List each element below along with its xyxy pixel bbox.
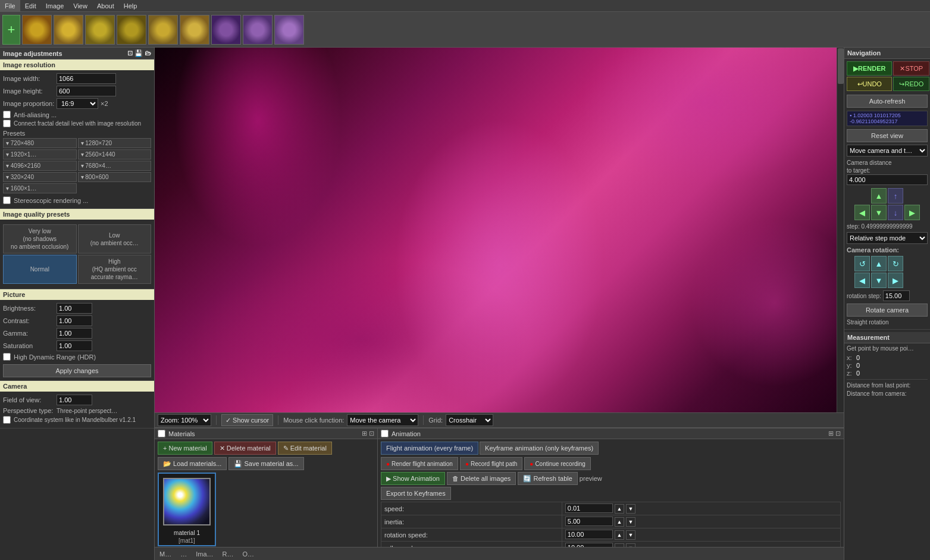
gamma-input[interactable] [57,328,92,339]
bottom-nav-o[interactable]: O… [242,550,254,558]
preset-2560x1440[interactable]: ▾ 2560×1440 [78,149,152,159]
fractal-preset-6[interactable] [180,15,209,45]
straight-rotation-label[interactable]: Straight rotation [844,318,930,327]
width-input[interactable] [57,73,116,84]
preset-1920[interactable]: ▾ 1920×1… [3,149,77,159]
hdr-checkbox[interactable] [3,353,11,361]
coordinate-checkbox[interactable] [3,416,11,424]
apply-changes-button[interactable]: Apply changes [3,364,151,377]
speed-down[interactable]: ▼ [626,504,635,514]
mouse-function-select[interactable]: Move the camera [347,414,418,426]
record-flight-button[interactable]: ● Record flight path [460,457,522,470]
show-cursor-button[interactable]: ✓ Show cursor [221,414,273,426]
fractal-preset-8[interactable] [243,15,273,45]
render-flight-button[interactable]: ● Render flight animation [381,457,458,470]
saturation-input[interactable] [57,340,92,351]
menu-edit[interactable]: Edit [20,0,41,12]
viewport[interactable] [155,48,844,412]
zoom-select[interactable]: Zoom: 100% [158,414,211,426]
menu-about[interactable]: About [92,0,119,12]
fractal-preset-7[interactable] [211,15,241,45]
rot-down[interactable]: ▼ [871,273,887,288]
relative-step-select[interactable]: Relative step mode [847,232,928,244]
measurement-header[interactable]: Measurement [844,332,930,343]
show-animation-button[interactable]: ▶ Show Animation [381,472,445,485]
save-material-button[interactable]: 💾 Save material as... [228,457,303,470]
antialiasing-checkbox[interactable] [3,111,11,118]
menu-image[interactable]: Image [41,0,69,12]
bottom-nav-ima[interactable]: Ima… [196,550,213,558]
nav-down-blue[interactable]: ↓ [888,205,903,220]
rotate-camera-button[interactable]: Rotate camera [847,304,928,317]
keyframe-animation-button[interactable]: Keyframe animation (only keyframes) [480,442,599,455]
inertia-input[interactable] [565,517,613,526]
export-keyframes-button[interactable]: Export to Keyframes [381,487,451,500]
nav-up-blue[interactable]: ↑ [888,188,903,204]
stereoscopic-checkbox[interactable] [3,196,11,204]
preset-1600[interactable]: ▾ 1600×1… [3,183,77,193]
materials-visible-checkbox[interactable] [158,430,165,437]
redo-button[interactable]: ↪REDO [893,77,929,91]
material-item[interactable]: material 1 [mat1] [158,473,216,546]
preset-1280x720[interactable]: ▾ 1280×720 [78,138,152,148]
brightness-input[interactable] [57,303,92,314]
fractal-preset-9[interactable] [274,15,304,45]
menu-file[interactable]: File [0,0,20,12]
auto-refresh-button[interactable]: Auto-refresh [847,95,928,108]
nav-right[interactable]: ▶ [904,205,920,220]
move-camera-select[interactable]: Move camera and t… [847,145,928,157]
preset-320x240[interactable]: ▾ 320×240 [3,172,77,182]
quality-high[interactable]: High(HQ ambient occaccurate rayma… [78,255,152,284]
connect-fractal-checkbox[interactable] [3,120,11,127]
rot-ccw[interactable]: ↺ [854,256,870,271]
viewport-scrollbar-thumb[interactable] [838,48,844,84]
inertia-down[interactable]: ▼ [626,517,635,527]
nav-left[interactable]: ◀ [854,205,870,220]
speed-up[interactable]: ▲ [615,504,624,514]
fov-input[interactable] [57,395,92,405]
nav-up[interactable]: ▲ [871,188,887,204]
bottom-nav-dots[interactable]: … [180,550,187,558]
preset-720x480[interactable]: ▾ 720×480 [3,138,77,148]
fractal-preset-5[interactable] [148,15,178,45]
viewport-scrollbar[interactable] [837,48,844,412]
menu-help[interactable]: Help [119,0,142,12]
proportion-select[interactable]: 16:9 [57,98,98,109]
delete-all-images-button[interactable]: 🗑 Delete all images [447,472,516,485]
nav-down[interactable]: ▼ [871,205,887,220]
render-button[interactable]: ▶RENDER [847,61,892,76]
rot-cw[interactable]: ↻ [888,256,903,271]
rotation-step-input[interactable] [883,290,910,301]
delete-material-button[interactable]: ✕ Delete material [214,442,276,455]
grid-select[interactable]: Crosshair [446,414,493,426]
undo-button[interactable]: ↩UNDO [847,77,892,91]
camera-distance-input[interactable] [847,174,928,185]
rot-up[interactable]: ▲ [871,256,887,271]
image-adjustments-header[interactable]: Image adjustments ⊡ 💾 🗁 [0,48,154,60]
continue-recording-button[interactable]: ● Continue recording [524,457,591,470]
speed-input[interactable] [565,503,613,513]
quality-very-low[interactable]: Very low(no shadowsno ambient occlusion) [3,224,77,254]
preset-800x600[interactable]: ▾ 800×600 [78,172,152,182]
quality-low[interactable]: Low(no ambient occ… [78,224,152,254]
edit-material-button[interactable]: ✎ Edit material [278,442,332,455]
new-material-button[interactable]: + New material [158,442,212,455]
animation-visible-checkbox[interactable] [381,430,389,437]
rot-left[interactable]: ◀ [854,273,870,288]
refresh-table-button[interactable]: 🔄 Refresh table [518,472,577,485]
reset-view-button[interactable]: Reset view [847,129,928,142]
menu-view[interactable]: View [68,0,92,12]
height-input[interactable] [57,86,116,96]
rotation-speed-down[interactable]: ▼ [626,530,635,540]
bottom-nav-m[interactable]: M… [159,550,171,558]
fractal-preset-4[interactable] [117,15,146,45]
preset-4096x2160[interactable]: ▾ 4096×2160 [3,161,77,171]
rot-right[interactable]: ▶ [888,273,903,288]
inertia-up[interactable]: ▲ [615,517,624,527]
contrast-input[interactable] [57,315,92,326]
quality-normal[interactable]: Normal [3,255,77,284]
stop-button[interactable]: ✕STOP [893,61,929,76]
rotation-speed-input[interactable] [565,530,613,539]
add-button[interactable]: + [2,15,20,45]
load-materials-button[interactable]: 📂 Load materials... [158,457,227,470]
